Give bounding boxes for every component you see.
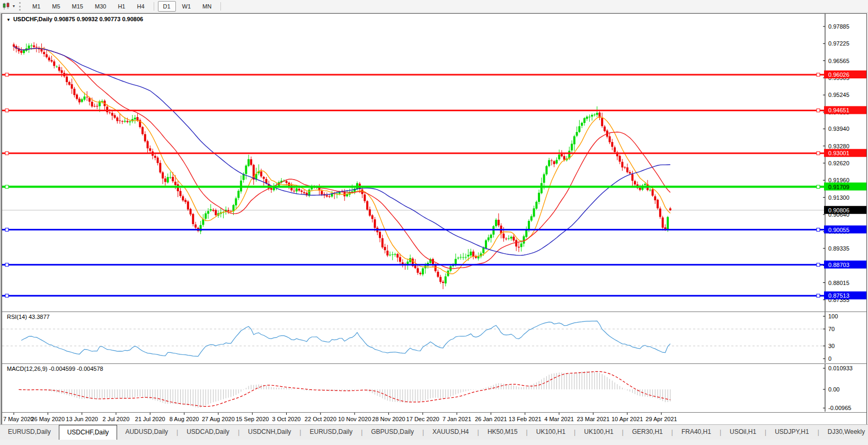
top-toolbar: ▾ M1M5M15M30H1H4D1W1MN	[0, 0, 868, 13]
price-axis[interactable]: 0.978850.972250.965650.959050.952450.945…	[823, 14, 866, 312]
tab-eurusd-daily[interactable]: EURUSD,Daily	[0, 425, 59, 440]
tab-hk50-m15[interactable]: HK50,M15	[480, 425, 526, 440]
rsi-axis[interactable]: 10070300	[823, 312, 838, 363]
macd-signal-line	[19, 371, 670, 406]
rsi-indicator-pane[interactable]: 10070300 RSI(14) 43.3877	[2, 312, 866, 363]
chart-window-usdchf: 0.978850.972250.965650.959050.952450.945…	[2, 13, 867, 424]
triangle-down-icon[interactable]: ▼	[6, 17, 11, 22]
timeframe-button-h4[interactable]: H4	[131, 1, 149, 12]
macd-label: MACD(12,26,9) -0.004599 -0.004578	[7, 366, 103, 372]
tab-uk100-h1[interactable]: UK100,H1	[528, 425, 573, 440]
svg-text:0.90055: 0.90055	[828, 227, 849, 233]
rsi-tick-label: 30	[828, 343, 835, 349]
chevron-down-icon[interactable]: ▾	[13, 4, 15, 8]
moving-average-21	[14, 47, 670, 269]
tab-usoil-h1[interactable]: USOil,H1	[722, 425, 764, 440]
tab-usdcnh-daily[interactable]: USDCNH,Daily	[240, 425, 299, 440]
horizontal-line-0.91709[interactable]	[2, 185, 825, 189]
price-label-0.90055: 0.90055	[824, 226, 866, 234]
date-tick-label: 4 Mar 2021	[544, 416, 574, 422]
price-label-0.94651: 0.94651	[824, 106, 866, 114]
price-tick-label: 0.93280	[828, 143, 849, 149]
macd-tick-label: 0.00	[828, 386, 839, 393]
tab-ger30-h1[interactable]: GER30,H1	[624, 425, 671, 440]
macd-histogram	[19, 371, 670, 407]
date-tick-label: 7 May 2020	[3, 416, 33, 422]
date-tick-label: 23 Mar 2021	[577, 416, 609, 422]
svg-text:0.87513: 0.87513	[828, 292, 849, 299]
date-tick-label: 27 Aug 2020	[202, 416, 235, 422]
chart-title-text: USDCHF,Daily 0.90875 0.90932 0.90773 0.9…	[13, 16, 143, 22]
timeframe-button-m15[interactable]: M15	[67, 1, 88, 12]
price-tick-label: 0.96565	[828, 58, 849, 64]
current-price-label: 0.90806	[824, 206, 866, 214]
date-tick-label: 3 Oct 2020	[272, 416, 301, 422]
tab-usdjpy-h1[interactable]: USDJPY,H1	[767, 425, 817, 440]
date-tick-label: 10 Apr 2021	[612, 416, 643, 422]
timeframe-button-mn[interactable]: MN	[197, 1, 217, 12]
horizontal-line-0.96026[interactable]	[2, 73, 825, 76]
toolbar-grip[interactable]	[19, 2, 22, 11]
price-tick-label: 0.91300	[828, 194, 849, 201]
date-tick-label: 26 May 2020	[31, 416, 65, 422]
macd-tick-label: -0.00965	[828, 405, 851, 411]
date-tick-label: 26 Jan 2021	[475, 416, 507, 422]
date-tick-label: 21 Jul 2020	[135, 416, 165, 422]
price-tick-label: 0.91960	[828, 177, 849, 183]
horizontal-line-0.94651[interactable]	[2, 109, 825, 112]
svg-text:0.88703: 0.88703	[828, 262, 849, 268]
timeframe-button-m5[interactable]: M5	[47, 1, 65, 12]
price-label-0.96026: 0.96026	[824, 70, 866, 78]
svg-text:0.91709: 0.91709	[828, 184, 849, 190]
svg-text:0.93001: 0.93001	[828, 150, 849, 156]
rsi-tick-label: 0	[828, 355, 831, 362]
tab-fra40-h1[interactable]: FRA40,H1	[674, 425, 719, 440]
date-tick-label: 13 Jun 2020	[66, 416, 98, 422]
svg-text:0.90806: 0.90806	[828, 207, 849, 213]
timeframe-button-h1[interactable]: H1	[112, 1, 130, 12]
date-tick-label: 17 Dec 2020	[406, 416, 439, 422]
tab-dj30-weekly[interactable]: DJ30,Weekly	[820, 425, 868, 440]
chart-title: ▼USDCHF,Daily 0.90875 0.90932 0.90773 0.…	[6, 16, 143, 22]
svg-text:0.94651: 0.94651	[828, 107, 849, 113]
price-label-0.88703: 0.88703	[824, 261, 866, 269]
chart-tabs-bar: EURUSD,DailyUSDCHF,DailyAUDUSD,Daily|USD…	[0, 424, 868, 440]
tab-usdcad-daily[interactable]: USDCAD,Daily	[179, 425, 237, 440]
macd-indicator-pane[interactable]: 0.0109330.00-0.00965 MACD(12,26,9) -0.00…	[2, 363, 866, 412]
tab-uk100-h1[interactable]: UK100,H1	[576, 425, 621, 440]
date-axis[interactable]: 7 May 202026 May 202013 Jun 20202 Jul 20…	[2, 412, 866, 425]
svg-text:0.96026: 0.96026	[828, 72, 849, 78]
timeframe-button-w1[interactable]: W1	[177, 1, 197, 12]
status-strip	[0, 440, 868, 445]
price-tick-label: 0.92620	[828, 160, 849, 166]
horizontal-line-0.87513[interactable]	[2, 294, 825, 297]
macd-axis[interactable]: 0.0109330.00-0.00965	[823, 364, 853, 412]
date-tick-label: 7 Jan 2021	[442, 416, 471, 422]
rsi-tick-label: 70	[828, 326, 835, 332]
horizontal-line-0.90055[interactable]	[2, 228, 825, 232]
timeframe-button-m30[interactable]: M30	[90, 1, 111, 12]
date-tick-label: 8 Aug 2020	[170, 416, 199, 422]
tab-xauusd-h4[interactable]: XAUUSD,H4	[424, 425, 477, 440]
timeframe-button-d1[interactable]: D1	[158, 1, 176, 12]
toolbar-separator	[154, 2, 154, 11]
date-tick-label: 28 Nov 2020	[372, 416, 405, 422]
price-chart-pane[interactable]: 0.978850.972250.965650.959050.952450.945…	[2, 14, 866, 312]
price-label-0.87513: 0.87513	[824, 291, 866, 299]
date-tick-label: 2 Jul 2020	[103, 416, 130, 422]
price-tick-label: 0.89335	[828, 245, 849, 252]
macd-tick-label: 0.010933	[828, 365, 853, 371]
candlestick-chart-icon[interactable]	[2, 2, 11, 10]
moving-average-8	[14, 47, 670, 274]
tab-usdchf-daily[interactable]: USDCHF,Daily	[59, 425, 118, 440]
rsi-line	[21, 321, 670, 357]
tab-audusd-daily[interactable]: AUDUSD,Daily	[117, 425, 176, 440]
timeframe-button-m1[interactable]: M1	[27, 1, 46, 12]
date-tick-label: 13 Feb 2021	[509, 416, 542, 422]
tab-gbpusd-daily[interactable]: GBPUSD,Daily	[363, 425, 422, 440]
rsi-label: RSI(14) 43.3877	[7, 314, 50, 320]
tab-eurusd-daily[interactable]: EURUSD,Daily	[302, 425, 360, 440]
price-tick-label: 0.95245	[828, 92, 849, 98]
horizontal-line-0.93001[interactable]	[2, 152, 825, 155]
candles-layer	[13, 42, 671, 289]
